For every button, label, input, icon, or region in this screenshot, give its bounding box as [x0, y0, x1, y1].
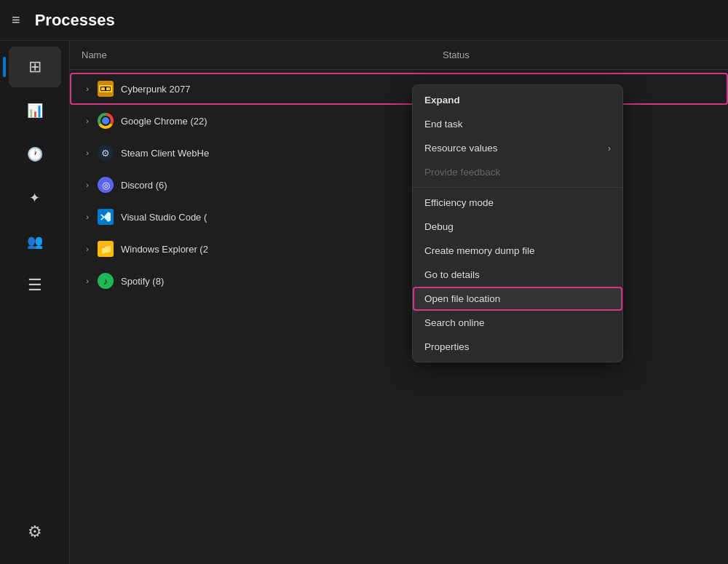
users-icon: 👥: [27, 234, 43, 250]
details-icon: ☰: [28, 276, 42, 295]
sidebar-item-performance[interactable]: 📊: [9, 90, 61, 131]
content-area: Name Status › Cyberpunk 2077: [70, 41, 728, 564]
menu-item-resource-values[interactable]: Resource values ›: [413, 136, 622, 160]
sidebar-item-services[interactable]: ⚙: [9, 512, 61, 552]
expand-arrow-explorer: ›: [82, 243, 93, 255]
icon-spotify: ♪: [98, 273, 114, 289]
expand-arrow-chrome: ›: [82, 115, 93, 127]
expand-arrow-steam: ›: [82, 147, 93, 159]
svg-rect-3: [101, 87, 105, 90]
sidebar-item-details[interactable]: ☰: [9, 265, 61, 306]
icon-steam: ⚙: [98, 145, 114, 161]
menu-item-efficiency-mode[interactable]: Efficiency mode: [413, 191, 622, 215]
expand-arrow-discord: ›: [82, 179, 93, 191]
context-menu: Expand End task Resource values › Provid…: [412, 84, 623, 362]
process-name-discord: Discord (6): [121, 180, 167, 191]
process-row-discord[interactable]: › ◎ Discord (6): [70, 169, 728, 201]
sidebar: ⊞ 📊 🕐 ✦ 👥 ☰ ⚙: [0, 41, 70, 564]
menu-item-provide-feedback: Provide feedback: [413, 160, 622, 184]
page-title: Processes: [35, 11, 115, 30]
icon-explorer: 📁: [98, 241, 114, 257]
startup-icon: ✦: [29, 190, 40, 206]
menu-item-end-task[interactable]: End task: [413, 112, 622, 136]
icon-discord: ◎: [98, 177, 114, 193]
menu-item-debug[interactable]: Debug: [413, 215, 622, 239]
icon-vscode: [98, 209, 114, 225]
menu-item-go-to-details[interactable]: Go to details: [413, 263, 622, 287]
process-name-explorer: Windows Explorer (2: [121, 244, 208, 255]
process-row-spotify[interactable]: › ♪ Spotify (8): [70, 265, 728, 297]
process-row-cyberpunk[interactable]: › Cyberpunk 2077: [70, 73, 728, 105]
svg-rect-4: [106, 87, 110, 90]
process-row-chrome[interactable]: › Google Chrome (22): [70, 105, 728, 137]
process-name-steam: Steam Client WebHe: [121, 148, 209, 159]
menu-item-expand[interactable]: Expand: [413, 88, 622, 112]
menu-separator-1: [413, 187, 622, 188]
icon-chrome: [98, 113, 114, 129]
icon-cyberpunk: [98, 81, 114, 97]
process-name-vscode: Visual Studio Code (: [121, 212, 207, 223]
sidebar-item-startup[interactable]: ✦: [9, 178, 61, 218]
process-name-chrome: Google Chrome (22): [121, 116, 207, 127]
process-row-explorer[interactable]: › 📁 Windows Explorer (2: [70, 233, 728, 265]
process-row-steam[interactable]: › ⚙ Steam Client WebHe: [70, 137, 728, 169]
process-name-spotify: Spotify (8): [121, 276, 164, 287]
menu-item-create-dump[interactable]: Create memory dump file: [413, 239, 622, 263]
process-row-vscode[interactable]: › Visual Studio Code (: [70, 201, 728, 233]
services-icon: ⚙: [28, 523, 42, 541]
process-list: › Cyberpunk 2077 › G: [70, 70, 728, 297]
column-headers: Name Status: [70, 41, 728, 70]
expand-arrow-cyberpunk: ›: [82, 83, 93, 95]
hamburger-icon[interactable]: ≡: [12, 12, 20, 28]
expand-arrow-vscode: ›: [82, 211, 93, 223]
menu-item-search-online[interactable]: Search online: [413, 311, 622, 335]
process-name-cyberpunk: Cyberpunk 2077: [121, 84, 190, 95]
sidebar-item-users[interactable]: 👥: [9, 221, 61, 262]
expand-arrow-spotify: ›: [82, 275, 93, 287]
main-layout: ⊞ 📊 🕐 ✦ 👥 ☰ ⚙ Name Status: [0, 41, 728, 564]
processes-icon: ⊞: [28, 57, 41, 76]
sidebar-item-processes[interactable]: ⊞: [9, 47, 61, 87]
menu-item-properties[interactable]: Properties: [413, 335, 622, 359]
menu-item-open-file-location[interactable]: Open file location: [413, 287, 622, 311]
sidebar-item-history[interactable]: 🕐: [9, 134, 61, 175]
col-header-name: Name: [70, 49, 434, 60]
col-header-status: Status: [434, 49, 728, 60]
submenu-arrow-resource: ›: [608, 143, 611, 154]
performance-icon: 📊: [27, 103, 43, 119]
history-icon: 🕐: [27, 146, 43, 162]
top-bar: ≡ Processes: [0, 0, 728, 41]
